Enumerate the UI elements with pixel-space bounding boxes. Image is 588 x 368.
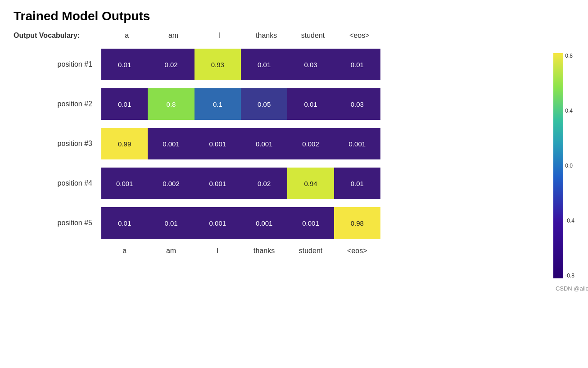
cell-5-3: 0.001 bbox=[194, 207, 241, 239]
cell-1-3: 0.93 bbox=[194, 49, 241, 80]
bottom-label: thanks bbox=[241, 247, 287, 255]
cell-3-2: 0.001 bbox=[148, 128, 194, 159]
row-label-3: position #3 bbox=[14, 140, 101, 148]
vocab-item: am bbox=[150, 32, 196, 40]
cell-1-2: 0.02 bbox=[148, 49, 194, 80]
vocab-label: Output Vocabulary: bbox=[14, 32, 104, 40]
row-label-4: position #4 bbox=[14, 179, 101, 187]
colorbar-tick: 0.4 bbox=[565, 108, 574, 114]
colorbar-ticks: 0.80.40.0-0.4-0.8 bbox=[563, 53, 574, 278]
vocab-item: I bbox=[197, 32, 243, 40]
cell-4-6: 0.01 bbox=[334, 168, 380, 199]
vocab-item: a bbox=[104, 32, 150, 40]
cell-4-5: 0.94 bbox=[287, 168, 334, 199]
heatmap-row-5: 0.010.010.0010.0010.0010.98 bbox=[101, 207, 380, 239]
cell-5-6: 0.98 bbox=[334, 207, 380, 239]
row-container: position #20.010.80.10.050.010.03 bbox=[14, 88, 517, 120]
cell-2-1: 0.01 bbox=[101, 88, 148, 120]
row-container: position #50.010.010.0010.0010.0010.98 bbox=[14, 207, 517, 239]
cell-2-2: 0.8 bbox=[148, 88, 194, 120]
colorbar-tick: 0.8 bbox=[565, 53, 574, 59]
colorbar-wrapper: 0.80.40.0-0.4-0.8 bbox=[553, 53, 574, 278]
cell-5-1: 0.01 bbox=[101, 207, 148, 239]
cell-4-1: 0.001 bbox=[101, 168, 148, 199]
cell-2-3: 0.1 bbox=[194, 88, 241, 120]
cell-3-6: 0.001 bbox=[334, 128, 380, 159]
heatmap-row-2: 0.010.80.10.050.010.03 bbox=[101, 88, 380, 120]
main-content: position #10.010.020.930.010.030.01posit… bbox=[14, 49, 574, 278]
cell-5-5: 0.001 bbox=[287, 207, 334, 239]
cell-2-5: 0.01 bbox=[287, 88, 334, 120]
colorbar-tick: 0.0 bbox=[565, 163, 574, 168]
vocab-item: student bbox=[289, 32, 336, 40]
colorbar-container: 0.80.40.0-0.4-0.8 CSDN @alicedog bbox=[553, 53, 574, 278]
cell-1-5: 0.03 bbox=[287, 49, 334, 80]
cell-1-6: 0.01 bbox=[334, 49, 380, 80]
cell-4-4: 0.02 bbox=[241, 168, 287, 199]
bottom-labels: aamIthanksstudent<eos> bbox=[101, 247, 380, 255]
row-container: position #30.990.0010.0010.0010.0020.001 bbox=[14, 128, 517, 159]
row-label-5: position #5 bbox=[14, 219, 101, 227]
vocab-row: Output Vocabulary: aamIthanksstudent<eos… bbox=[14, 32, 574, 40]
row-label-1: position #1 bbox=[14, 60, 101, 68]
watermark: CSDN @alicedog bbox=[556, 285, 588, 292]
cell-4-3: 0.001 bbox=[194, 168, 241, 199]
row-container: position #10.010.020.930.010.030.01 bbox=[14, 49, 517, 80]
row-container: position #40.0010.0020.0010.020.940.01 bbox=[14, 168, 517, 199]
vocab-item: <eos> bbox=[336, 32, 383, 40]
cell-3-1: 0.99 bbox=[101, 128, 148, 159]
cell-4-2: 0.002 bbox=[148, 168, 194, 199]
vocab-items: aamIthanksstudent<eos> bbox=[104, 32, 383, 40]
cell-3-4: 0.001 bbox=[241, 128, 287, 159]
cell-5-2: 0.01 bbox=[148, 207, 194, 239]
page-title: Trained Model Outputs bbox=[14, 9, 574, 23]
vocab-item: thanks bbox=[243, 32, 289, 40]
cell-2-4: 0.05 bbox=[241, 88, 287, 120]
heatmap-row-1: 0.010.020.930.010.030.01 bbox=[101, 49, 380, 80]
cell-2-6: 0.03 bbox=[334, 88, 380, 120]
cell-3-5: 0.002 bbox=[287, 128, 334, 159]
bottom-label: I bbox=[194, 247, 241, 255]
bottom-label: student bbox=[287, 247, 334, 255]
cell-1-4: 0.01 bbox=[241, 49, 287, 80]
bottom-label: a bbox=[101, 247, 148, 255]
colorbar-tick: -0.4 bbox=[565, 218, 574, 223]
bottom-label: am bbox=[148, 247, 194, 255]
bottom-label: <eos> bbox=[334, 247, 380, 255]
cell-5-4: 0.001 bbox=[241, 207, 287, 239]
colorbar bbox=[553, 53, 563, 278]
heatmap-row-4: 0.0010.0020.0010.020.940.01 bbox=[101, 168, 380, 199]
chart-area: position #10.010.020.930.010.030.01posit… bbox=[14, 49, 517, 255]
row-label-2: position #2 bbox=[14, 100, 101, 108]
cell-3-3: 0.001 bbox=[194, 128, 241, 159]
heatmap-row-3: 0.990.0010.0010.0010.0020.001 bbox=[101, 128, 380, 159]
cell-1-1: 0.01 bbox=[101, 49, 148, 80]
colorbar-tick: -0.8 bbox=[565, 273, 574, 278]
